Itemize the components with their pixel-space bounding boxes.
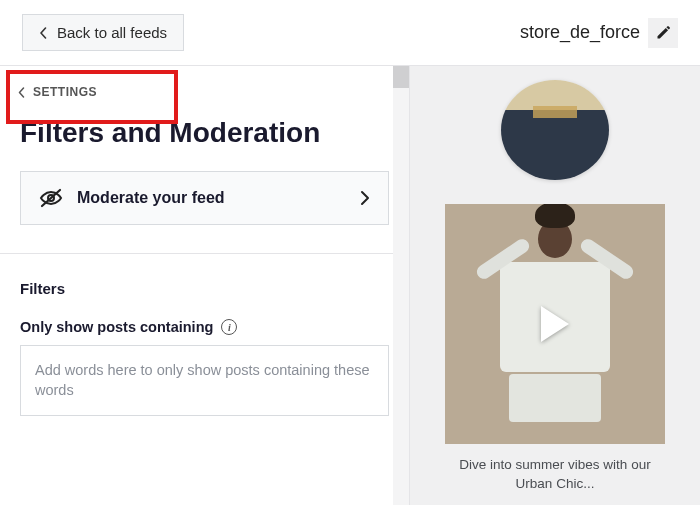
feed-name: store_de_force [520, 22, 640, 43]
only-show-words-input[interactable] [20, 345, 389, 416]
moderate-label: Moderate your feed [77, 189, 346, 207]
info-icon[interactable]: i [221, 319, 237, 335]
settings-scroll[interactable]: SETTINGS Filters and Moderation Moderate… [0, 66, 409, 505]
moderate-feed-button[interactable]: Moderate your feed [20, 171, 389, 225]
pencil-icon [655, 25, 671, 41]
only-show-label: Only show posts containing [20, 319, 213, 335]
play-icon [541, 306, 569, 342]
page-title: Filters and Moderation [0, 117, 409, 171]
edit-feed-name-button[interactable] [648, 18, 678, 48]
chevron-left-icon [39, 27, 47, 39]
only-show-label-row: Only show posts containing i [0, 319, 409, 345]
preview-panel: Dive into summer vibes with our Urban Ch… [410, 66, 700, 505]
preview-post[interactable]: Dive into summer vibes with our Urban Ch… [445, 204, 665, 494]
topbar: Back to all feeds store_de_force [0, 0, 700, 66]
preview-caption: Dive into summer vibes with our Urban Ch… [445, 444, 665, 494]
chevron-right-icon [360, 190, 370, 206]
back-to-feeds-button[interactable]: Back to all feeds [22, 14, 184, 51]
feed-name-group: store_de_force [520, 18, 678, 48]
chevron-left-icon [18, 87, 25, 98]
eye-off-icon [39, 188, 63, 208]
profile-avatar[interactable] [501, 80, 609, 180]
settings-breadcrumb[interactable]: SETTINGS [0, 66, 115, 117]
preview-media[interactable] [445, 204, 665, 444]
back-label: Back to all feeds [57, 24, 167, 41]
main: SETTINGS Filters and Moderation Moderate… [0, 66, 700, 505]
scrollbar[interactable] [393, 66, 409, 505]
divider [0, 253, 409, 254]
filters-section-label: Filters [0, 280, 409, 319]
breadcrumb-label: SETTINGS [33, 85, 97, 99]
settings-panel: SETTINGS Filters and Moderation Moderate… [0, 66, 410, 505]
